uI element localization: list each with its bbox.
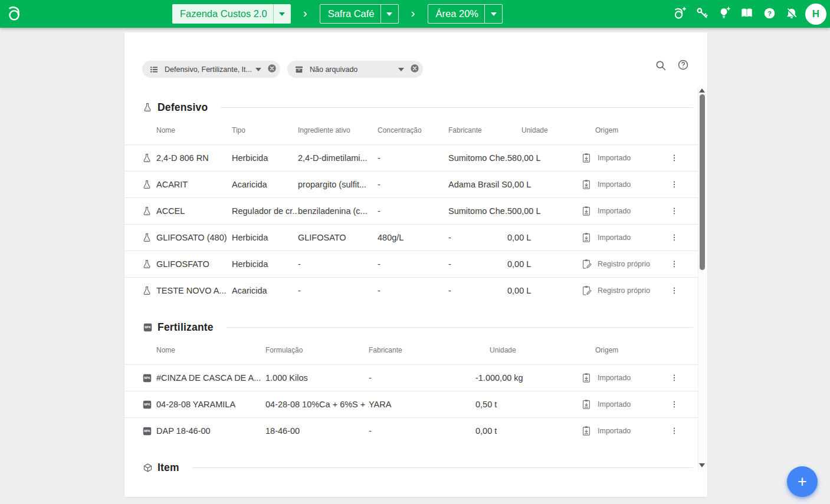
breadcrumb-season-caret[interactable] [381, 4, 398, 24]
table-cell: 04-28-08 YARAMILA [156, 400, 265, 409]
breadcrumb-area[interactable]: Área 20% [428, 4, 503, 24]
origin-cell: Registro próprio [581, 259, 667, 269]
breadcrumb-farm-caret[interactable] [274, 4, 291, 24]
table-row[interactable]: GLIFOSFATOHerbicida---0,00 LRegistro pró… [124, 251, 698, 277]
column-header: Origem [581, 346, 667, 354]
add-account-button[interactable] [668, 3, 691, 25]
table-row[interactable]: ACARITAcaricidapropargito (sulfit...-Ada… [124, 171, 698, 197]
section-title: Item [158, 462, 179, 474]
table-cell: #CINZA DE CASCA DE A... [156, 373, 265, 383]
origin-label: Registro próprio [598, 260, 650, 268]
table-cell: - [298, 286, 378, 295]
column-header: Nome [156, 346, 265, 354]
clear-icon [410, 64, 419, 75]
row-menu-button[interactable] [667, 203, 681, 219]
table-cell: - [378, 180, 448, 189]
flask-icon [142, 259, 156, 269]
clipboard-import-icon [581, 206, 592, 216]
search-icon [655, 60, 667, 73]
vertical-scrollbar[interactable] [698, 87, 706, 470]
table-row[interactable]: ACCELRegulador de cr...benziladenina (c.… [124, 197, 698, 224]
avatar[interactable]: H [805, 4, 826, 25]
table-cell: propargito (sulfit... [298, 180, 378, 189]
scroll-down-arrow-icon[interactable] [699, 463, 705, 467]
key-icon [696, 6, 708, 21]
table-row[interactable]: NPK04-28-08 YARAMILA04-28-08 10%Ca + 6%S… [124, 391, 698, 417]
add-button[interactable]: + [787, 466, 818, 497]
table-cell: - [369, 373, 475, 383]
table-cell: - [448, 286, 507, 295]
clear-type-filter-button[interactable] [267, 64, 277, 75]
archive-filter-icon [294, 65, 304, 74]
table-row[interactable]: NPKDAP 18-46-0018-46-00-0,00 tImportado [124, 417, 698, 444]
breadcrumb: Fazenda Custos 2.0 › Safra Café › Área 2… [172, 4, 503, 24]
row-menu-button[interactable] [667, 229, 681, 246]
table-row[interactable]: TESTE NOVO A...Acaricida---0,00 LRegistr… [124, 277, 698, 304]
section-title: Defensivo [158, 101, 208, 114]
table-cell: 0,00 L [507, 286, 581, 295]
row-menu-button[interactable] [667, 176, 681, 193]
table-cell: Regulador de cr... [232, 206, 298, 216]
list-filter-icon [149, 65, 159, 74]
table-cell: ACARIT [156, 180, 232, 189]
notifications-button[interactable] [780, 3, 803, 25]
origin-label: Importado [598, 400, 631, 409]
table-cell: YARA [369, 400, 475, 409]
archive-filter-chip[interactable]: Não arquivado [287, 61, 423, 78]
breadcrumb-area-caret[interactable] [485, 4, 502, 24]
table-cell: - [448, 233, 507, 242]
knowledge-base-button[interactable] [736, 3, 758, 25]
section-help-button[interactable] [672, 55, 694, 76]
type-filter-chip[interactable]: Defensivo, Fertilizante, It... [142, 61, 280, 78]
search-button[interactable] [650, 55, 671, 77]
app-header: Fazenda Custos 2.0 › Safra Café › Área 2… [0, 0, 830, 28]
table-header-row: NomeFormulaçãoFabricanteUnidadeOrigem [124, 336, 698, 364]
help-button[interactable]: ? [758, 3, 780, 25]
avatar-initial: H [812, 8, 819, 20]
archive-filter-label: Não arquivado [310, 65, 397, 74]
table-cell: 0,00 L [507, 259, 581, 269]
origin-label: Importado [598, 207, 631, 215]
table-row[interactable]: 2,4-D 806 RNHerbicida2,4-D-dimetilami...… [124, 144, 698, 171]
row-menu-button[interactable] [667, 256, 681, 272]
chevron-right-icon: › [411, 6, 415, 20]
row-menu-button[interactable] [667, 282, 681, 299]
origin-label: Importado [598, 233, 631, 242]
breadcrumb-season[interactable]: Safra Café [320, 4, 399, 24]
chevron-down-icon[interactable] [254, 68, 263, 71]
flask-icon [142, 180, 156, 189]
column-header: Ingrediente ativo [298, 126, 378, 134]
app-logo-button[interactable] [5, 5, 24, 24]
whats-new-button[interactable] [713, 3, 736, 25]
table-cell: 0,50 t [475, 400, 581, 409]
table-cell: Adama Brasil S.... [448, 180, 507, 189]
filter-chips: Defensivo, Fertilizante, It... [142, 61, 423, 78]
access-key-button[interactable] [691, 3, 713, 25]
origin-label: Importado [598, 374, 631, 382]
plus-icon: + [798, 473, 807, 491]
breadcrumb-farm[interactable]: Fazenda Custos 2.0 [172, 4, 291, 24]
scrollbar-thumb[interactable] [700, 94, 705, 270]
table-row[interactable]: GLIFOSATO (480)HerbicidaGLIFOSATO480g/L-… [124, 224, 698, 251]
clipboard-edit-icon [581, 285, 592, 296]
clear-archive-filter-button[interactable] [410, 64, 419, 75]
row-menu-button[interactable] [667, 370, 681, 386]
row-menu-button[interactable] [667, 150, 681, 166]
origin-cell: Importado [581, 179, 667, 190]
table-cell: Sumitomo Che... [448, 206, 507, 216]
row-menu-button[interactable] [667, 396, 681, 413]
chevron-down-icon[interactable] [397, 68, 405, 71]
row-menu-button[interactable] [667, 423, 681, 439]
clipboard-edit-icon [581, 259, 592, 269]
origin-cell: Importado [581, 206, 667, 216]
scroll-up-arrow-icon[interactable] [699, 88, 705, 93]
svg-text:?: ? [767, 9, 772, 17]
clipboard-import-icon [581, 179, 592, 190]
table-header-row [124, 476, 698, 497]
table-cell: Sumitomo Che... [448, 153, 507, 163]
type-filter-label: Defensivo, Fertilizante, It... [165, 65, 254, 74]
table-cell: ACCEL [156, 206, 232, 216]
table-row[interactable]: NPK#CINZA DE CASCA DE A...1.000 Kilos--1… [124, 364, 698, 391]
table-cell: 0,00 L [507, 233, 581, 242]
table-cell: 0,00 t [475, 426, 581, 436]
